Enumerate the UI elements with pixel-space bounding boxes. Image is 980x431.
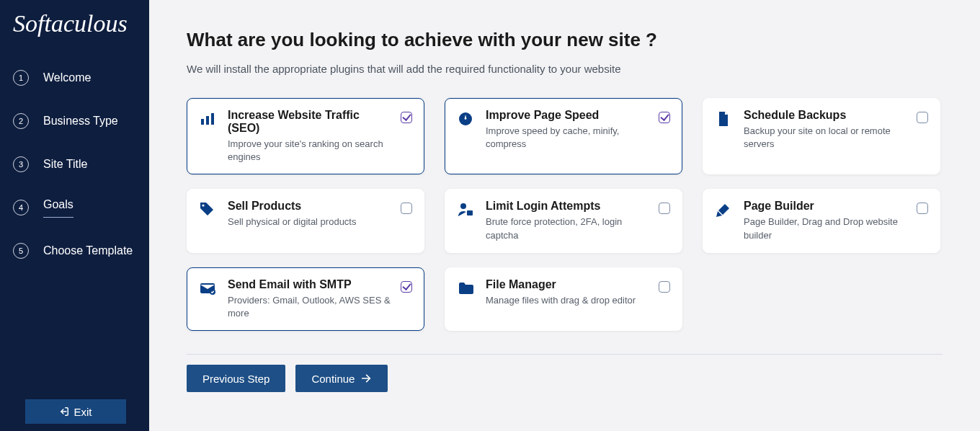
goal-card-desc: Improve speed by cache, minify, compress bbox=[486, 125, 649, 151]
goal-card-desc: Brute force protection, 2FA, login captc… bbox=[486, 216, 649, 241]
svg-point-6 bbox=[460, 203, 466, 209]
continue-button[interactable]: Continue bbox=[295, 365, 388, 392]
step-number-badge: 3 bbox=[13, 156, 29, 172]
goal-card-desc: Providers: Gmail, Outlook, AWS SES & mor… bbox=[228, 294, 391, 320]
sidebar-step-welcome[interactable]: 1Welcome bbox=[0, 56, 149, 99]
goal-card-checkbox[interactable] bbox=[401, 281, 412, 293]
goal-card-filemgr[interactable]: File ManagerManage files with drag & dro… bbox=[445, 267, 682, 331]
goal-card-title: File Manager bbox=[486, 278, 649, 291]
goal-card-title: Sell Products bbox=[228, 200, 391, 213]
goal-card-title: Page Builder bbox=[744, 200, 906, 213]
step-label: Business Type bbox=[43, 115, 118, 128]
goal-card-title: Increase Website Traffic (SEO) bbox=[228, 109, 391, 135]
brand-logo: Softaculous bbox=[0, 0, 149, 56]
goal-card-desc: Backup your site on local or remote serv… bbox=[744, 125, 906, 151]
user-lock-icon bbox=[455, 200, 476, 218]
step-number-badge: 5 bbox=[13, 243, 29, 259]
goal-card-body: Schedule BackupsBackup your site on loca… bbox=[744, 109, 906, 151]
arrow-right-icon bbox=[360, 373, 372, 384]
continue-label: Continue bbox=[311, 373, 355, 385]
goal-card-backup[interactable]: Schedule BackupsBackup your site on loca… bbox=[703, 98, 940, 174]
file-icon bbox=[713, 109, 734, 128]
step-label: Welcome bbox=[43, 71, 91, 84]
svg-point-5 bbox=[202, 205, 204, 207]
envelope-icon bbox=[197, 278, 218, 297]
chart-bar-icon bbox=[197, 109, 218, 128]
goal-card-title: Improve Page Speed bbox=[486, 109, 649, 122]
goal-card-title: Limit Login Attempts bbox=[486, 200, 649, 213]
svg-rect-1 bbox=[201, 119, 204, 125]
svg-rect-2 bbox=[206, 116, 209, 125]
goal-card-body: Limit Login AttemptsBrute force protecti… bbox=[486, 200, 649, 241]
goal-card-checkbox[interactable] bbox=[917, 112, 928, 123]
step-label: Goals bbox=[43, 198, 74, 218]
goal-card-checkbox[interactable] bbox=[659, 281, 670, 293]
goal-card-checkbox[interactable] bbox=[401, 203, 412, 214]
goal-card-checkbox[interactable] bbox=[659, 203, 670, 214]
goal-card-login[interactable]: Limit Login AttemptsBrute force protecti… bbox=[445, 189, 682, 252]
goal-card-body: Sell ProductsSell physical or digital pr… bbox=[228, 200, 391, 228]
exit-label: Exit bbox=[74, 406, 92, 418]
step-label: Site Title bbox=[43, 158, 87, 171]
gauge-icon bbox=[455, 109, 476, 128]
sidebar-step-site-title[interactable]: 3Site Title bbox=[0, 143, 149, 186]
goal-card-body: Page BuilderPage Builder, Drag and Drop … bbox=[744, 200, 906, 241]
goal-card-body: Increase Website Traffic (SEO)Improve yo… bbox=[228, 109, 391, 164]
sidebar-step-goals[interactable]: 4Goals bbox=[0, 186, 149, 229]
goal-card-speed[interactable]: Improve Page SpeedImprove speed by cache… bbox=[445, 98, 682, 174]
goal-card-desc: Manage files with drag & drop editor bbox=[486, 294, 649, 307]
main-panel: What are you looking to achieve with you… bbox=[149, 0, 980, 431]
divider bbox=[187, 354, 943, 355]
goal-card-desc: Sell physical or digital products bbox=[228, 216, 391, 228]
goal-card-desc: Page Builder, Drag and Drop website buil… bbox=[744, 216, 906, 241]
sidebar-step-business-type[interactable]: 2Business Type bbox=[0, 99, 149, 143]
step-list: 1Welcome2Business Type3Site Title4Goals5… bbox=[0, 56, 149, 272]
step-label: Choose Template bbox=[43, 244, 133, 257]
step-number-badge: 4 bbox=[13, 200, 29, 216]
page-title: What are you looking to achieve with you… bbox=[187, 29, 943, 51]
goal-card-title: Send Email with SMTP bbox=[228, 278, 391, 291]
step-number-badge: 1 bbox=[13, 70, 29, 86]
goal-card-checkbox[interactable] bbox=[659, 112, 670, 123]
previous-step-label: Previous Step bbox=[202, 373, 270, 385]
brush-icon bbox=[713, 200, 734, 218]
sidebar: Softaculous 1Welcome2Business Type3Site … bbox=[0, 0, 149, 431]
goals-grid: Increase Website Traffic (SEO)Improve yo… bbox=[187, 98, 943, 331]
goal-card-body: Improve Page SpeedImprove speed by cache… bbox=[486, 109, 649, 151]
goal-card-smtp[interactable]: Send Email with SMTPProviders: Gmail, Ou… bbox=[187, 267, 424, 331]
goal-card-body: Send Email with SMTPProviders: Gmail, Ou… bbox=[228, 278, 391, 320]
goal-card-body: File ManagerManage files with drag & dro… bbox=[486, 278, 649, 307]
svg-rect-3 bbox=[211, 113, 214, 125]
exit-button[interactable]: Exit bbox=[25, 399, 126, 424]
tag-icon bbox=[197, 200, 218, 218]
svg-rect-7 bbox=[467, 210, 473, 216]
sidebar-step-choose-template[interactable]: 5Choose Template bbox=[0, 229, 149, 272]
goal-card-title: Schedule Backups bbox=[744, 109, 906, 122]
folder-icon bbox=[455, 278, 476, 297]
goal-card-seo[interactable]: Increase Website Traffic (SEO)Improve yo… bbox=[187, 98, 424, 174]
goal-card-sell[interactable]: Sell ProductsSell physical or digital pr… bbox=[187, 189, 424, 252]
goal-card-checkbox[interactable] bbox=[401, 112, 412, 123]
footer-buttons: Previous Step Continue bbox=[187, 365, 943, 392]
step-number-badge: 2 bbox=[13, 113, 29, 129]
exit-icon bbox=[59, 406, 69, 417]
page-subtitle: We will install the appropriate plugins … bbox=[187, 63, 943, 75]
goal-card-checkbox[interactable] bbox=[917, 203, 928, 214]
goal-card-desc: Improve your site's ranking on search en… bbox=[228, 138, 391, 164]
previous-step-button[interactable]: Previous Step bbox=[187, 365, 285, 392]
goal-card-builder[interactable]: Page BuilderPage Builder, Drag and Drop … bbox=[703, 189, 940, 252]
